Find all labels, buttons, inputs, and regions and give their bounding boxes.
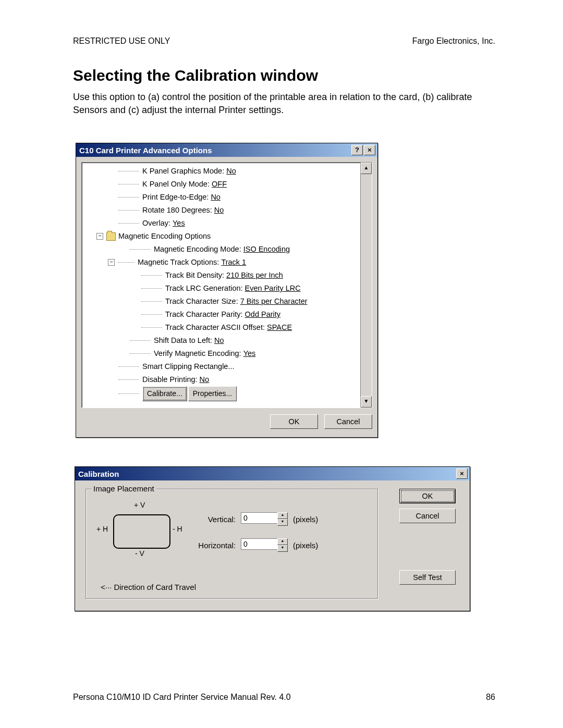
page-header: RESTRICTED USE ONLY Fargo Electronics, I… xyxy=(73,36,495,46)
horizontal-stepper[interactable]: ▲ ▼ xyxy=(241,538,288,552)
tree-item[interactable]: Print Edge-to-Edge: xyxy=(142,191,209,204)
page-number: 86 xyxy=(486,693,495,702)
advanced-options-dialog: C10 Card Printer Advanced Options ? × K … xyxy=(76,143,378,438)
tree-item[interactable]: Magnetic Track Options: xyxy=(138,256,219,269)
tree-item[interactable]: Track Bit Density: xyxy=(165,269,224,282)
tree-item[interactable]: Verify Magnetic Encoding: xyxy=(154,347,241,360)
spin-down-icon[interactable]: ▼ xyxy=(277,545,288,552)
minus-v-label: - V xyxy=(135,549,144,558)
ok-button[interactable]: OK xyxy=(270,414,318,429)
page-title: Selecting the Calibration window xyxy=(73,67,495,84)
scrollbar[interactable]: ▲ ▼ xyxy=(360,163,372,408)
image-placement-group: Image Placement + V + H - H - V Vertical… xyxy=(85,489,378,599)
vertical-units: (pixels) xyxy=(293,515,319,524)
plus-v-label: + V xyxy=(134,501,145,509)
vertical-stepper[interactable]: ▲ ▼ xyxy=(241,512,288,526)
properties-button[interactable]: Properties... xyxy=(188,386,237,401)
spin-up-icon[interactable]: ▲ xyxy=(277,538,288,545)
header-right: Fargo Electronics, Inc. xyxy=(412,36,495,46)
calibration-titlebar[interactable]: Calibration × xyxy=(75,467,470,480)
footer-left: Persona C10/M10 ID Card Printer Service … xyxy=(73,693,291,702)
page-footer: Persona C10/M10 ID Card Printer Service … xyxy=(73,693,495,702)
scroll-up-icon[interactable]: ▲ xyxy=(361,163,372,174)
advanced-options-title: C10 Card Printer Advanced Options xyxy=(79,146,212,155)
intro-text: Use this option to (a) control the posit… xyxy=(73,91,495,117)
collapse-icon[interactable]: − xyxy=(108,259,115,266)
horizontal-units: (pixels) xyxy=(293,541,319,550)
card-icon xyxy=(113,514,170,549)
plus-h-label: + H xyxy=(96,525,108,533)
spin-down-icon[interactable]: ▼ xyxy=(277,519,288,526)
tree-item[interactable]: Disable Printing: xyxy=(142,373,198,386)
cancel-button[interactable]: Cancel xyxy=(324,414,372,429)
tree-item[interactable]: Magnetic Encoding Options xyxy=(118,230,211,243)
tree-item[interactable]: Track Character ASCII Offset: xyxy=(165,321,265,334)
tree-item[interactable]: Track Character Size: xyxy=(165,295,238,308)
calibration-dialog: Calibration × Image Placement + V + H - … xyxy=(75,466,470,611)
options-tree[interactable]: K Panel Graphics Mode: No K Panel Only M… xyxy=(81,162,372,408)
help-button[interactable]: ? xyxy=(351,145,363,155)
close-button[interactable]: × xyxy=(364,145,375,155)
self-test-button[interactable]: Self Test xyxy=(399,570,456,585)
header-left: RESTRICTED USE ONLY xyxy=(73,36,170,46)
calibration-title: Calibration xyxy=(78,470,119,478)
tree-item[interactable]: Rotate 180 Degrees: xyxy=(142,204,212,217)
tree-item[interactable]: Overlay: xyxy=(142,217,170,230)
tree-item[interactable]: Shift Data to Left: xyxy=(154,334,212,347)
collapse-icon[interactable]: − xyxy=(96,233,103,240)
horizontal-input[interactable] xyxy=(241,538,277,550)
minus-h-label: - H xyxy=(173,525,182,533)
calibrate-button[interactable]: Calibrate... xyxy=(142,386,187,401)
ok-button[interactable]: OK xyxy=(399,489,456,503)
cancel-button[interactable]: Cancel xyxy=(399,509,456,523)
tree-item[interactable]: Smart Clipping Rectangle... xyxy=(142,360,235,373)
tree-item[interactable]: Magnetic Encoding Mode: xyxy=(154,243,241,256)
tree-item[interactable]: K Panel Only Mode: xyxy=(142,178,210,191)
vertical-label: Vertical: xyxy=(197,515,236,524)
tree-item[interactable]: Track Character Parity: xyxy=(165,308,243,321)
folder-icon xyxy=(106,232,116,241)
tree-item[interactable]: Track LRC Generation: xyxy=(165,282,243,295)
direction-label: <··· Direction of Card Travel xyxy=(101,583,196,591)
close-button[interactable]: × xyxy=(456,468,468,479)
spin-up-icon[interactable]: ▲ xyxy=(277,512,288,519)
vertical-input[interactable] xyxy=(241,512,277,524)
scroll-down-icon[interactable]: ▼ xyxy=(361,396,372,408)
tree-item[interactable]: K Panel Graphics Mode: xyxy=(142,165,224,178)
advanced-options-titlebar[interactable]: C10 Card Printer Advanced Options ? × xyxy=(76,143,377,157)
horizontal-label: Horizontal: xyxy=(197,541,236,550)
